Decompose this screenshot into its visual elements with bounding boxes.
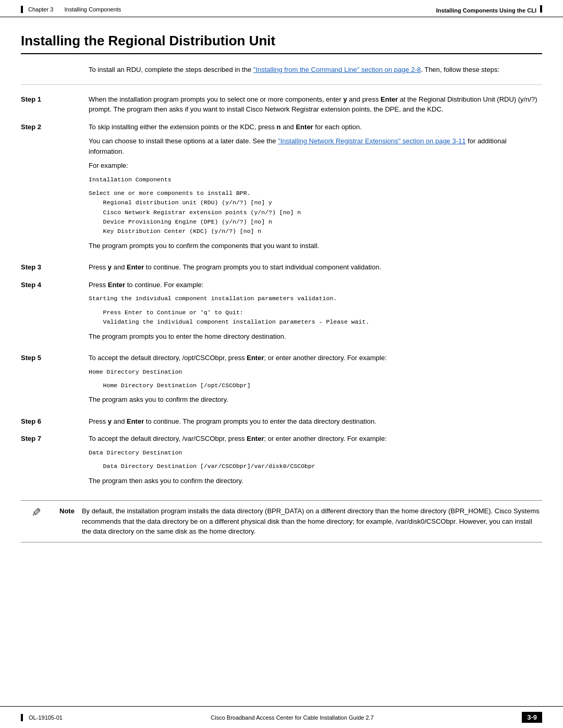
intro-text-after: . Then, follow these steps: <box>421 66 499 73</box>
footer-page-number: 3-9 <box>522 712 542 723</box>
step-5-container: Step 5 To accept the default directory, … <box>21 353 542 409</box>
note-icon-area: ✎ <box>21 506 52 520</box>
note-content: By default, the installation program ins… <box>82 506 542 537</box>
note-section: ✎ Note By default, the installation prog… <box>21 500 542 542</box>
step-5-after: The program asks you to confirm the dire… <box>89 394 542 405</box>
step-2-content: To skip installing either the extension … <box>89 122 542 255</box>
step-5-code1: Home Directory Destination <box>89 367 542 377</box>
step-5-para1: To accept the default directory, /opt/CS… <box>89 353 542 363</box>
main-content: Installing the Regional Distribution Uni… <box>0 17 563 574</box>
step-5-code2: Home Directory Destination [/opt/CSCObpr… <box>89 381 542 390</box>
step-6-label: Step 6 <box>21 416 89 427</box>
footer-center: Cisco Broadband Access Center for Cable … <box>211 714 373 721</box>
step-2-link[interactable]: "Installing Network Registrar Extensions… <box>278 137 466 145</box>
header-bar-left <box>21 6 23 13</box>
step-2-for-example: For example: <box>89 161 542 171</box>
header-chapter-label: Chapter 3 <box>28 6 53 13</box>
step-7-label: Step 7 <box>21 434 89 490</box>
footer-doc-id: OL-19105-01 <box>29 714 63 721</box>
step-4-content: Press Enter to continue. For example: St… <box>89 280 542 346</box>
step-2-para1: To skip installing either the extension … <box>89 122 542 132</box>
note-pencil-icon: ✎ <box>32 506 41 520</box>
step-7-code1: Data Directory Destination <box>89 448 542 458</box>
step-1-label: Step 1 <box>21 94 89 115</box>
step-1-content: When the installation program prompts yo… <box>89 94 542 115</box>
header-bar-right <box>540 5 542 13</box>
section-divider <box>21 84 542 85</box>
step-4-code1: Starting the individual component instal… <box>89 294 542 303</box>
step-7-para1: To accept the default directory, /var/CS… <box>89 434 542 444</box>
step-6-content: Press y and Enter to continue. The progr… <box>89 416 542 427</box>
header-right-label: Installing Components Using the CLI <box>436 7 536 14</box>
step-2-code1: Installation Components <box>89 175 542 184</box>
step-5-content: To accept the default directory, /opt/CS… <box>89 353 542 409</box>
step-2-container: Step 2 To skip installing either the ext… <box>21 122 542 255</box>
step-4-para1: Press Enter to continue. For example: <box>89 280 542 290</box>
step-4-code2: Press Enter to Continue or 'q' to Quit: … <box>89 308 542 327</box>
step-5-label: Step 5 <box>21 353 89 409</box>
step-4-label: Step 4 <box>21 280 89 346</box>
step-2-para2: You can choose to install these options … <box>89 136 542 156</box>
page-header: Chapter 3 Installing Components Installi… <box>0 0 563 17</box>
page-footer: OL-19105-01 Cisco Broadband Access Cente… <box>0 706 563 728</box>
step-4-after: The program prompts you to enter the hom… <box>89 331 542 342</box>
step-3-content: Press y and Enter to continue. The progr… <box>89 262 542 273</box>
page-title: Installing the Regional Distribution Uni… <box>21 33 542 54</box>
step-1-container: Step 1 When the installation program pro… <box>21 94 542 115</box>
intro-text-before: To install an RDU, complete the steps de… <box>89 66 253 73</box>
step-3-container: Step 3 Press y and Enter to continue. Th… <box>21 262 542 273</box>
step-7-after: The program then asks you to confirm the… <box>89 476 542 486</box>
intro-link[interactable]: "Installing from the Command Line" secti… <box>253 66 421 73</box>
step-7-content: To accept the default directory, /var/CS… <box>89 434 542 490</box>
step-2-code2: Select one or more components to install… <box>89 189 542 237</box>
step-2-confirm: The program prompts you to confirm the c… <box>89 241 542 251</box>
note-label: Note <box>59 507 75 515</box>
step-1-text-before: When the installation program prompts yo… <box>89 95 537 114</box>
step-4-container: Step 4 Press Enter to continue. For exam… <box>21 280 542 346</box>
header-left: Chapter 3 Installing Components <box>21 6 121 13</box>
step-2-label: Step 2 <box>21 122 89 255</box>
header-chapter-title: Installing Components <box>64 6 121 13</box>
footer-bar-left <box>21 714 23 721</box>
step-6-container: Step 6 Press y and Enter to continue. Th… <box>21 416 542 427</box>
footer-left: OL-19105-01 <box>21 714 63 721</box>
header-right: Installing Components Using the CLI <box>436 5 542 14</box>
step-7-container: Step 7 To accept the default directory, … <box>21 434 542 490</box>
step-7-code2: Data Directory Destination [/var/CSCObpr… <box>89 462 542 471</box>
step-3-label: Step 3 <box>21 262 89 273</box>
intro-paragraph: To install an RDU, complete the steps de… <box>89 65 542 75</box>
